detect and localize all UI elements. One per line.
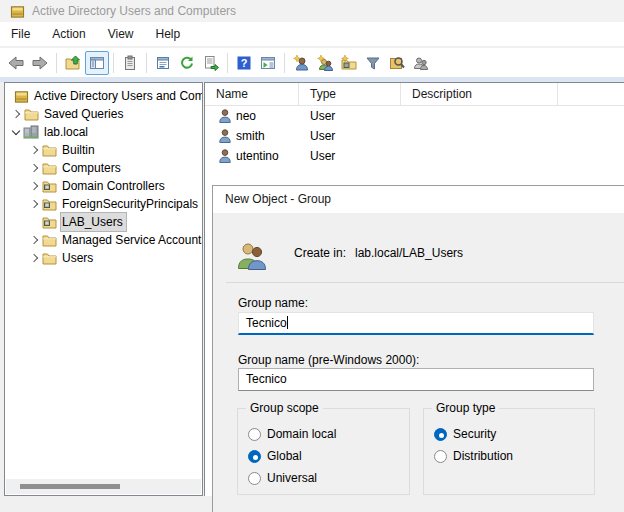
forward-button[interactable] — [28, 51, 52, 75]
create-in-section: Create in: lab.local/LAB_Users — [213, 213, 624, 282]
svg-text:?: ? — [241, 57, 248, 69]
toolbar-separator — [284, 53, 285, 73]
tree-item-root[interactable]: Active Directory Users and Computers — [5, 87, 202, 105]
scrollbar-thumb[interactable] — [20, 484, 120, 489]
list-row-utentino[interactable]: utentino User — [205, 146, 624, 166]
new-organizational-unit-button[interactable] — [337, 51, 361, 75]
tree-item-computers[interactable]: Computers — [5, 159, 202, 177]
tree-item-lab-users[interactable]: LAB_Users — [5, 213, 202, 231]
group-scope-legend: Group scope — [246, 401, 323, 415]
chevron-down-icon[interactable] — [9, 125, 23, 139]
special-tasks-icon — [413, 55, 429, 71]
copy-button[interactable] — [118, 51, 142, 75]
menu-help[interactable]: Help — [145, 22, 192, 47]
filter-icon — [365, 55, 381, 71]
mmc-console-icon — [10, 4, 25, 19]
list-row-neo[interactable]: neo User — [205, 106, 624, 126]
ou-folder-icon — [42, 216, 57, 229]
export-list-button[interactable] — [199, 51, 223, 75]
list-row-smith[interactable]: smith User — [205, 126, 624, 146]
new-user-icon — [293, 55, 309, 71]
tree-item-domain-controllers[interactable]: Domain Controllers — [5, 177, 202, 195]
refresh-icon — [179, 55, 195, 71]
create-in-label: Create in: — [294, 246, 346, 260]
folder-icon — [42, 144, 57, 157]
show-action-pane-button[interactable] — [256, 51, 280, 75]
menu-action[interactable]: Action — [41, 22, 96, 47]
up-one-level-button[interactable] — [61, 51, 85, 75]
chevron-none — [27, 215, 41, 229]
radio-domain-local[interactable]: Domain local — [248, 423, 409, 445]
tree-item-builtin[interactable]: Builtin — [5, 141, 202, 159]
back-button[interactable] — [4, 51, 28, 75]
group-type-legend: Group type — [432, 401, 499, 415]
radio-button[interactable] — [248, 472, 261, 485]
cell-type: User — [299, 109, 401, 123]
user-icon — [219, 129, 231, 143]
menu-view[interactable]: View — [97, 22, 145, 47]
pre2000-name-label: Group name (pre-Windows 2000): — [238, 353, 419, 367]
forward-icon — [32, 55, 48, 71]
toolbar-separator — [146, 53, 147, 73]
tree-item-saved-queries[interactable]: Saved Queries — [5, 105, 202, 123]
menu-file[interactable]: File — [0, 22, 41, 47]
chevron-right-icon[interactable] — [27, 197, 41, 211]
filter-button[interactable] — [361, 51, 385, 75]
tree-item-lab-local[interactable]: lab.local — [5, 123, 202, 141]
toolbar: ? — [0, 48, 624, 77]
radio-security[interactable]: Security — [434, 423, 594, 445]
special-tasks-button[interactable] — [409, 51, 433, 75]
tree-horizontal-scrollbar[interactable] — [6, 479, 201, 494]
radio-universal[interactable]: Universal — [248, 467, 409, 489]
show-action-pane-icon — [260, 55, 276, 71]
radio-button[interactable] — [248, 428, 261, 441]
user-icon — [219, 109, 231, 123]
export-list-icon — [203, 55, 219, 71]
domain-icon — [23, 125, 39, 139]
column-header-type[interactable]: Type — [299, 83, 401, 105]
chevron-right-icon[interactable] — [27, 143, 41, 157]
find-objects-button[interactable] — [385, 51, 409, 75]
tree-item-users[interactable]: Users — [5, 249, 202, 267]
column-header-description[interactable]: Description — [401, 83, 558, 105]
help-button[interactable]: ? — [232, 51, 256, 75]
clipboard-icon — [122, 55, 138, 71]
tree-item-managed-service-accounts[interactable]: Managed Service Accounts — [5, 231, 202, 249]
refresh-button[interactable] — [175, 51, 199, 75]
folder-icon — [42, 234, 57, 247]
console-tree: Active Directory Users and Computers Sav… — [5, 83, 202, 267]
toolbar-separator — [56, 53, 57, 73]
dialog-separator — [226, 282, 624, 283]
show-console-tree-button[interactable] — [85, 51, 109, 75]
group-name-input[interactable]: Tecnico — [238, 312, 594, 335]
folder-icon — [42, 162, 57, 175]
help-icon: ? — [236, 55, 252, 71]
title-bar: Active Directory Users and Computers — [0, 0, 624, 22]
aduc-window: { "colors": { "accent": "#0067c0", "sele… — [0, 0, 624, 512]
text-caret — [287, 316, 288, 329]
column-header-name[interactable]: Name — [205, 83, 299, 105]
console-tree-pane: Active Directory Users and Computers Sav… — [4, 82, 203, 496]
radio-button[interactable] — [248, 450, 261, 463]
chevron-right-icon[interactable] — [9, 107, 23, 121]
radio-distribution[interactable]: Distribution — [434, 445, 594, 467]
user-icon — [219, 149, 231, 163]
new-user-button[interactable] — [289, 51, 313, 75]
radio-global[interactable]: Global — [248, 445, 409, 467]
radio-button[interactable] — [434, 450, 447, 463]
folder-icon — [24, 108, 39, 121]
ou-folder-icon — [42, 180, 57, 193]
pre2000-name-input[interactable]: Tecnico — [238, 368, 594, 391]
chevron-right-icon[interactable] — [27, 161, 41, 175]
tree-item-foreign-security-principals[interactable]: ForeignSecurityPrincipals — [5, 195, 202, 213]
console-icon — [14, 89, 29, 104]
menu-bar: File Action View Help — [0, 22, 624, 47]
properties-button[interactable] — [151, 51, 175, 75]
new-ou-icon — [341, 55, 357, 71]
chevron-right-icon[interactable] — [27, 251, 41, 265]
new-group-button[interactable] — [313, 51, 337, 75]
chevron-right-icon[interactable] — [27, 233, 41, 247]
chevron-right-icon[interactable] — [27, 179, 41, 193]
radio-button[interactable] — [434, 428, 447, 441]
up-one-level-icon — [65, 55, 81, 71]
